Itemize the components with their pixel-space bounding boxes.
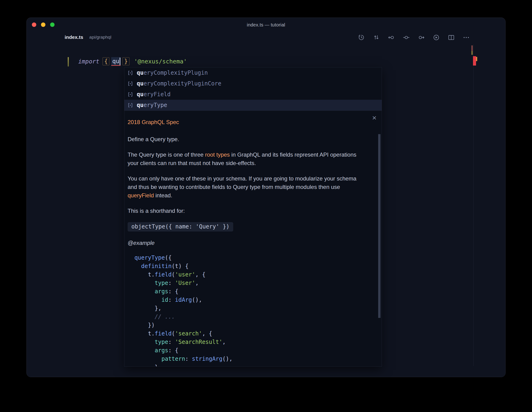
symbol-value-icon bbox=[127, 102, 133, 108]
step-back-button[interactable] bbox=[387, 33, 395, 41]
module-string: '@nexus/schema' bbox=[134, 58, 187, 65]
overview-info-marker bbox=[471, 51, 473, 55]
suggest-list: queryComplexityPlugin queryComplexityPlu… bbox=[124, 67, 382, 111]
minimap-border bbox=[473, 45, 474, 366]
file-name-tab[interactable]: index.ts bbox=[65, 34, 83, 40]
doc-paragraph: Define a Query type. bbox=[128, 135, 361, 143]
doc-text: You can only have one of these in your s… bbox=[128, 175, 356, 190]
code-line: t.field('search', { bbox=[128, 329, 361, 338]
history-button[interactable] bbox=[357, 33, 365, 41]
step-back-icon bbox=[388, 34, 395, 41]
inline-code-chip: objectType({ name: 'Query' }) bbox=[128, 222, 233, 232]
close-icon[interactable]: × bbox=[372, 114, 377, 122]
overview-warning-marker bbox=[471, 46, 473, 51]
code-line: // ... bbox=[128, 312, 361, 321]
doc-paragraphs: Define a Query type.The Query type is on… bbox=[128, 135, 361, 215]
history-icon bbox=[358, 34, 365, 41]
minimize-window-button[interactable] bbox=[41, 22, 45, 27]
doc-code-block: queryType({ definitin(t) { t.field('user… bbox=[128, 253, 361, 366]
run-button[interactable] bbox=[432, 33, 440, 41]
symbol-value-icon bbox=[127, 70, 133, 76]
suggest-item[interactable]: queryComplexityPluginCore bbox=[124, 78, 382, 89]
more-actions-button[interactable] bbox=[462, 33, 470, 41]
code-line: }, bbox=[128, 304, 361, 312]
breadcrumb[interactable]: api/graphql bbox=[89, 35, 111, 40]
overview-modified-marker bbox=[476, 57, 477, 61]
code-line: definitin(t) { bbox=[128, 262, 361, 270]
suggest-docs-panel: × 2018 GraphQL Spec Define a Query type.… bbox=[124, 111, 382, 366]
import-keyword: import bbox=[78, 58, 99, 65]
tab-bar: index.ts api/graphql bbox=[27, 30, 505, 45]
commit-node-button[interactable] bbox=[402, 33, 410, 41]
typed-text: qu bbox=[112, 58, 119, 65]
suggest-item[interactable]: queryComplexityPlugin bbox=[124, 67, 382, 78]
split-editor-button[interactable] bbox=[447, 33, 455, 41]
titlebar: index.ts — tutorial bbox=[27, 18, 505, 30]
typed-import-specifier: qu bbox=[111, 57, 121, 66]
suggest-item-label: queryType bbox=[137, 102, 167, 108]
code-line: t.field('user', { bbox=[128, 270, 361, 279]
doc-paragraph: The Query type is one of three root type… bbox=[128, 150, 361, 167]
code-line: pattern: stringArg(), bbox=[128, 355, 361, 363]
step-forward-button[interactable] bbox=[417, 33, 425, 41]
suggest-item[interactable]: queryField bbox=[124, 89, 382, 100]
step-forward-icon bbox=[418, 34, 425, 41]
doc-scrollbar-thumb[interactable] bbox=[378, 134, 380, 318]
code-line: type: 'SearchResult', bbox=[128, 338, 361, 346]
editor-window: index.ts — tutorial index.ts api/graphql bbox=[27, 18, 505, 377]
doc-paragraph: You can only have one of these in your s… bbox=[128, 174, 361, 200]
doc-text: This is a shorthand for: bbox=[128, 208, 185, 214]
compare-changes-icon bbox=[372, 34, 380, 41]
doc-heading-link[interactable]: 2018 GraphQL Spec bbox=[128, 119, 361, 126]
zoom-window-button[interactable] bbox=[50, 22, 55, 27]
doc-link[interactable]: queryField bbox=[128, 192, 154, 198]
close-window-button[interactable] bbox=[32, 22, 36, 27]
suggest-item-label: queryField bbox=[137, 91, 171, 98]
run-circle-icon bbox=[432, 34, 440, 41]
shorthand-code-row: objectType({ name: 'Query' }) bbox=[128, 222, 361, 232]
suggest-item-label: queryComplexityPlugin bbox=[137, 70, 208, 76]
editor-pane[interactable]: import { qu } '@nexus/schema' queryCompl… bbox=[27, 45, 505, 377]
overview-error-marker bbox=[473, 56, 476, 66]
code-line-1[interactable]: import { qu } '@nexus/schema' bbox=[78, 55, 187, 67]
code-line: args: { bbox=[128, 346, 361, 355]
doc-text: The Query type is one of three bbox=[128, 151, 205, 158]
code-line: queryType({ bbox=[128, 253, 361, 262]
compare-changes-button[interactable] bbox=[372, 33, 380, 41]
code-line: id: idArg(), bbox=[128, 296, 361, 304]
gutter-change-indicator bbox=[68, 57, 69, 66]
window-title: index.ts — tutorial bbox=[27, 18, 505, 32]
commit-node-icon bbox=[402, 34, 410, 41]
traffic-lights bbox=[32, 22, 55, 27]
symbol-value-icon bbox=[127, 81, 133, 87]
code-line: args: { bbox=[128, 287, 361, 296]
open-brace: { bbox=[103, 57, 109, 65]
doc-text: intead. bbox=[154, 192, 172, 198]
close-brace: } bbox=[123, 57, 129, 65]
doc-paragraph: This is a shorthand for: bbox=[128, 207, 361, 215]
symbol-value-icon bbox=[127, 91, 133, 98]
code-line: type: 'User', bbox=[128, 279, 361, 287]
doc-text: Define a Query type. bbox=[128, 136, 179, 142]
example-label: @example bbox=[128, 239, 361, 246]
suggest-item-label: queryComplexityPluginCore bbox=[137, 80, 221, 87]
more-actions-icon bbox=[463, 34, 470, 41]
text-cursor bbox=[120, 57, 120, 65]
suggest-item[interactable]: queryType bbox=[124, 100, 382, 111]
editor-actions bbox=[357, 33, 470, 41]
code-line: }, bbox=[128, 363, 361, 366]
suggest-widget: queryComplexityPlugin queryComplexityPlu… bbox=[124, 67, 382, 366]
doc-link[interactable]: root types bbox=[205, 151, 230, 158]
code-line: }) bbox=[128, 321, 361, 329]
split-editor-icon bbox=[447, 34, 455, 41]
